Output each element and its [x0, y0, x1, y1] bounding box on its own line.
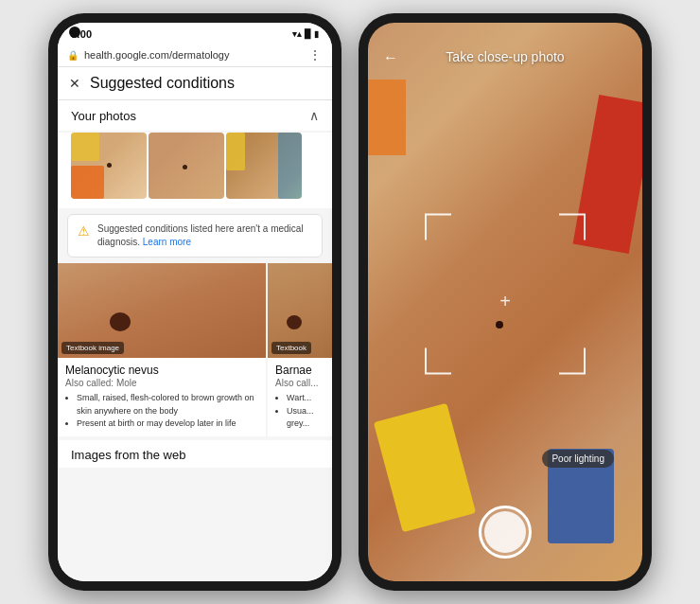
poor-lighting-badge: Poor lighting	[542, 450, 614, 468]
bg-orange-object	[368, 80, 406, 155]
camera-status-bar	[368, 23, 642, 34]
image-label-1: Textbook image	[61, 342, 124, 354]
condition-name-2: Barnae	[275, 364, 324, 377]
left-phone-screen: 8:00 ▾▴ ▉ ▮ 🔒 health.google.com/dermatol…	[58, 23, 332, 581]
condition-info-1: Melanocytic nevus Also called: Mole Smal…	[58, 358, 266, 436]
collapse-chevron-icon[interactable]: ∧	[309, 108, 319, 123]
disclaimer-text: Suggested conditions listed here aren't …	[97, 222, 312, 249]
condition-card-1[interactable]: Textbook image Melanocytic nevus Also ca…	[58, 263, 266, 436]
right-phone: ← Take close-up photo + Poor lighting	[359, 13, 652, 591]
camera-back-button[interactable]: ←	[383, 49, 398, 66]
condition-bullets-1: Small, raised, flesh-colored to brown gr…	[65, 392, 258, 431]
photos-section-title: Your photos	[71, 109, 136, 123]
condition-image-1: Textbook image	[58, 263, 266, 358]
warning-icon: ⚠	[78, 223, 90, 239]
right-phone-screen: ← Take close-up photo + Poor lighting	[368, 23, 642, 581]
mole-dot-2	[183, 165, 187, 169]
web-images-header: Images from the web	[58, 440, 332, 468]
photo-thumb-3[interactable]	[226, 133, 302, 199]
camera-view: ← Take close-up photo + Poor lighting	[368, 23, 642, 581]
condition-name-1: Melanocytic nevus	[65, 364, 258, 377]
signal-icons: ▾▴ ▉ ▮	[292, 29, 319, 39]
condition-alias-1: Also called: Mole	[65, 378, 258, 388]
mole-dot-1	[107, 163, 112, 168]
bullet-2-2: Usua... grey...	[287, 405, 324, 431]
condition-alias-2: Also call...	[275, 378, 324, 388]
wifi-icon: ▾▴	[292, 29, 302, 39]
viewfinder-corner-tl	[425, 214, 451, 240]
condition-card-2[interactable]: Textbook Barnae Also call... Wart... Usu…	[268, 263, 332, 436]
scroll-content: Your photos ∧	[58, 100, 332, 581]
bullet-1-1: Small, raised, flesh-colored to brown gr…	[77, 392, 258, 417]
shutter-button[interactable]	[479, 506, 532, 559]
camera-title: Take close-up photo	[446, 49, 564, 64]
disclaimer-box: ⚠ Suggested conditions listed here aren'…	[67, 214, 323, 258]
condition-bullets-2: Wart... Usua... grey...	[275, 392, 324, 431]
shutter-inner-ring	[484, 511, 526, 553]
signal-bars: ▉	[305, 29, 311, 39]
conditions-row: Textbook image Melanocytic nevus Also ca…	[58, 263, 332, 436]
front-camera	[69, 27, 80, 38]
lock-icon: 🔒	[67, 50, 79, 61]
url-text: health.google.com/dermatology	[84, 49, 303, 61]
crosshair-icon: +	[499, 292, 511, 311]
photos-grid	[58, 133, 332, 208]
page-header: ✕ Suggested conditions	[58, 67, 332, 100]
close-button[interactable]: ✕	[69, 76, 80, 91]
viewfinder-corner-bl	[425, 348, 451, 375]
learn-more-link[interactable]: Learn more	[143, 237, 191, 247]
shutter-area	[368, 506, 642, 559]
mole-image-large	[110, 312, 131, 331]
status-bar: 8:00 ▾▴ ▉ ▮	[58, 23, 332, 44]
photos-section-header[interactable]: Your photos ∧	[58, 100, 332, 131]
battery-icon: ▮	[314, 29, 319, 39]
photo-thumb-2[interactable]	[149, 133, 224, 199]
condition-info-2: Barnae Also call... Wart... Usua... grey…	[268, 358, 332, 436]
mole-image-large-2	[287, 315, 302, 329]
bullet-2-1: Wart...	[287, 392, 324, 405]
url-bar[interactable]: 🔒 health.google.com/dermatology ⋮	[58, 44, 332, 67]
bullet-1-2: Present at birth or may develop later in…	[77, 417, 258, 431]
viewfinder-corner-tr	[559, 214, 586, 240]
image-label-2: Textbook	[271, 342, 311, 354]
photo-thumb-1[interactable]	[71, 133, 147, 199]
menu-dots-icon[interactable]: ⋮	[308, 47, 323, 62]
viewfinder-corner-br	[559, 348, 586, 375]
page-title: Suggested conditions	[90, 75, 235, 92]
condition-image-2: Textbook	[268, 263, 332, 358]
left-phone: 8:00 ▾▴ ▉ ▮ 🔒 health.google.com/dermatol…	[48, 13, 341, 591]
